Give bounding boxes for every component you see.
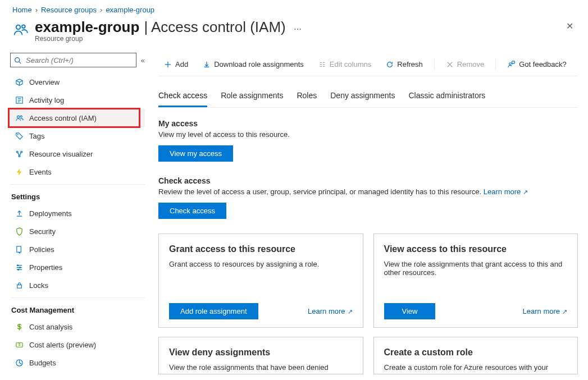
close-icon[interactable]: ✕ (566, 21, 573, 31)
sidebar-item-activity-log[interactable]: Activity log (10, 91, 145, 109)
chevron-right-icon: › (100, 6, 102, 14)
tag-icon (15, 131, 24, 140)
sidebar-item-properties[interactable]: Properties (10, 258, 145, 276)
tabs: Check access Role assignments Roles Deny… (158, 91, 578, 108)
sidebar-item-label: Resource visualizer (29, 150, 93, 158)
sidebar-item-deployments[interactable]: Deployments (10, 204, 145, 222)
toolbar-label: Refresh (397, 60, 423, 68)
sidebar-section-cost: Cost Management (10, 297, 145, 318)
tab-deny-assignments[interactable]: Deny assignments (330, 91, 395, 107)
card-sub: Grant access to resources by assigning a… (169, 260, 353, 268)
download-icon (203, 61, 211, 68)
sidebar-item-label: Overview (29, 78, 60, 86)
remove-button: Remove (440, 58, 490, 71)
collapse-sidebar-icon[interactable]: « (141, 56, 145, 65)
separator (495, 59, 496, 70)
search-icon (14, 57, 21, 64)
svg-point-0 (16, 25, 20, 29)
sidebar-section-settings: Settings (10, 184, 145, 204)
tab-role-assignments[interactable]: Role assignments (221, 91, 283, 107)
card-sub: View the role assignments that grant acc… (384, 260, 568, 277)
svg-point-37 (509, 63, 512, 65)
policy-icon (15, 245, 24, 254)
card-view-access: View access to this resource View the ro… (373, 234, 578, 328)
sidebar-item-label: Tags (29, 132, 44, 140)
budget-icon (15, 358, 24, 367)
refresh-icon (386, 61, 394, 68)
sidebar-item-label: Cost analysis (29, 323, 72, 331)
learn-more-link[interactable]: Learn more↗ (484, 187, 528, 196)
sidebar-item-resource-visualizer[interactable]: Resource visualizer (10, 145, 145, 163)
external-link-icon: ↗ (562, 308, 567, 315)
download-button[interactable]: Download role assignments (197, 58, 309, 71)
svg-point-9 (20, 116, 22, 117)
more-icon[interactable]: ⋯ (290, 25, 302, 34)
svg-line-14 (17, 152, 19, 155)
card-deny-assignments: View deny assignments View the role assi… (158, 337, 363, 374)
remove-icon (446, 61, 454, 68)
my-access-title: My access (158, 119, 578, 128)
sidebar-item-overview[interactable]: Overview (10, 73, 145, 91)
breadcrumb-home[interactable]: Home (12, 6, 32, 14)
sidebar-item-events[interactable]: Events (10, 163, 145, 181)
separator (434, 59, 435, 70)
chevron-right-icon: › (35, 6, 38, 14)
my-access-sub: View my level of access to this resource… (158, 130, 578, 139)
view-my-access-button[interactable]: View my access (158, 145, 233, 162)
sidebar-item-label: Properties (29, 263, 62, 272)
cube-icon (15, 77, 24, 86)
sidebar-item-locks[interactable]: Locks (10, 276, 145, 294)
sidebar-item-label: Budgets (29, 359, 56, 367)
sidebar-item-cost-alerts[interactable]: $ Cost alerts (preview) (10, 336, 145, 354)
columns-icon (318, 61, 326, 68)
svg-point-22 (17, 269, 19, 270)
sidebar-item-tags[interactable]: Tags (10, 127, 145, 145)
breadcrumb-resource-groups[interactable]: Resource groups (41, 6, 97, 14)
sidebar-item-label: Cost alerts (preview) (29, 341, 96, 349)
person-feedback-icon (507, 60, 516, 68)
sidebar-item-label: Locks (29, 281, 48, 290)
tab-check-access[interactable]: Check access (158, 91, 207, 107)
learn-more-link[interactable]: Learn more↗ (308, 307, 352, 315)
sidebar-item-label: Policies (29, 245, 54, 254)
breadcrumb-group[interactable]: example-group (106, 6, 154, 14)
search-field[interactable] (25, 56, 133, 65)
card-grant-access: Grant access to this resource Grant acce… (158, 234, 363, 328)
svg-point-20 (17, 264, 18, 265)
feedback-button[interactable]: Got feedback? (502, 58, 572, 71)
card-custom-role: Create a custom role Create a custom rol… (373, 337, 578, 374)
sidebar-item-security[interactable]: Security (10, 222, 145, 240)
refresh-button[interactable]: Refresh (380, 58, 429, 71)
svg-line-15 (19, 152, 20, 155)
svg-point-1 (22, 25, 25, 28)
sidebar-item-access-control[interactable]: Access control (IAM) (10, 109, 145, 127)
svg-point-8 (17, 116, 19, 118)
add-button[interactable]: Add (158, 58, 194, 71)
sidebar: « Overview Activity log Access control (… (0, 53, 145, 374)
properties-icon (15, 263, 24, 272)
tab-roles[interactable]: Roles (297, 91, 317, 107)
sidebar-item-label: Security (29, 227, 56, 236)
sidebar-item-label: Deployments (29, 209, 72, 218)
card-title: Create a custom role (384, 347, 568, 358)
sidebar-item-label: Activity log (29, 96, 64, 104)
add-role-assignment-button[interactable]: Add role assignment (169, 303, 258, 319)
search-input[interactable] (10, 53, 136, 67)
card-title: View access to this resource (384, 244, 568, 254)
sidebar-item-policies[interactable]: Policies (10, 240, 145, 258)
bolt-icon (15, 167, 24, 176)
learn-more-link[interactable]: Learn more↗ (523, 307, 567, 315)
view-button[interactable]: View (384, 303, 436, 319)
svg-point-21 (19, 267, 20, 268)
plus-icon (164, 61, 172, 68)
toolbar-label: Add (175, 60, 188, 68)
sidebar-item-cost-analysis[interactable]: Cost analysis (10, 318, 145, 336)
tab-classic-admins[interactable]: Classic administrators (408, 91, 485, 107)
external-link-icon: ↗ (348, 308, 353, 315)
page-subtitle: Resource group (35, 35, 302, 43)
sidebar-item-budgets[interactable]: Budgets (10, 354, 145, 372)
shield-icon (15, 227, 24, 236)
check-access-button[interactable]: Check access (158, 203, 226, 219)
page-title: example-group (35, 19, 139, 36)
chart-icon (15, 149, 24, 158)
